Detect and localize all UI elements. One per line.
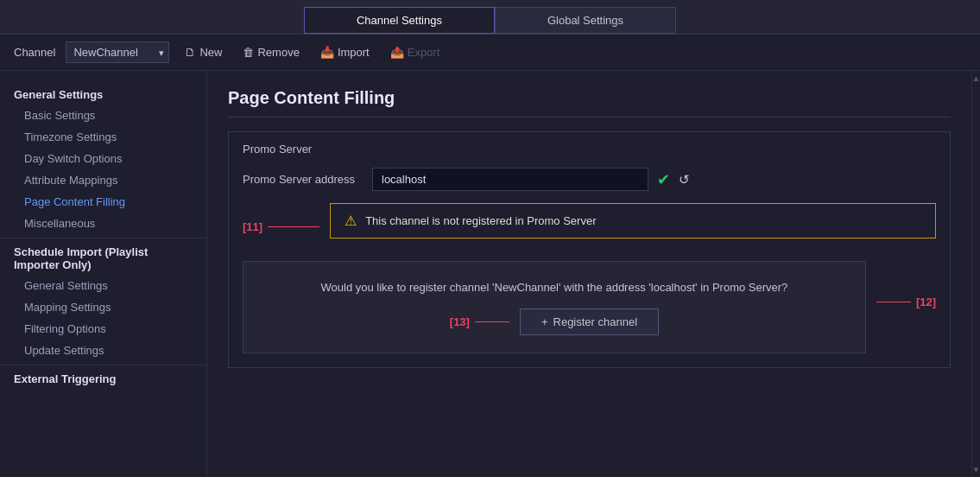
channel-select[interactable]: NewChannel bbox=[66, 41, 169, 63]
promo-server-address-row: Promo Server address ✔ ↺ bbox=[243, 168, 936, 191]
remove-button[interactable]: 🗑 Remove bbox=[237, 44, 304, 60]
sidebar-item-page-content-filling[interactable]: Page Content Filling bbox=[0, 191, 206, 213]
register-message: Would you like to register channel 'NewC… bbox=[321, 279, 788, 296]
annotation-11: [11] bbox=[243, 220, 262, 233]
annotation-12: [12] bbox=[916, 296, 936, 308]
sidebar-item-filtering-options[interactable]: Filtering Options bbox=[0, 318, 206, 340]
sidebar: General Settings Basic Settings Timezone… bbox=[0, 71, 207, 477]
new-label: New bbox=[199, 46, 222, 59]
general-settings-section: General Settings bbox=[0, 81, 206, 105]
check-icon: ✔ bbox=[657, 170, 670, 189]
annotation-13: [13] bbox=[450, 315, 470, 328]
new-icon: 🗋 bbox=[185, 46, 196, 59]
remove-label: Remove bbox=[257, 46, 299, 59]
scrollbar[interactable]: ▲ ▼ bbox=[971, 71, 980, 477]
sidebar-item-miscellaneous[interactable]: Miscellaneous bbox=[0, 213, 206, 234]
sidebar-item-timezone-settings[interactable]: Timezone Settings bbox=[0, 126, 206, 148]
tab-bar: Channel Settings Global Settings bbox=[0, 0, 980, 35]
promo-server-group-title: Promo Server bbox=[243, 143, 936, 156]
channel-label: Channel bbox=[14, 46, 55, 59]
new-button[interactable]: 🗋 New bbox=[180, 44, 227, 60]
promo-server-group: Promo Server Promo Server address ✔ ↺ [1… bbox=[228, 131, 951, 368]
sidebar-item-day-switch-options[interactable]: Day Switch Options bbox=[0, 148, 206, 169]
warning-icon: ⚠ bbox=[345, 213, 357, 229]
promo-server-address-label: Promo Server address bbox=[243, 173, 364, 186]
content-area: Page Content Filling Promo Server Promo … bbox=[207, 71, 971, 477]
tab-global-settings[interactable]: Global Settings bbox=[495, 7, 676, 34]
scroll-up-arrow[interactable]: ▲ bbox=[972, 71, 980, 86]
remove-icon: 🗑 bbox=[243, 46, 254, 59]
page-title: Page Content Filling bbox=[228, 88, 951, 118]
sidebar-item-mapping-settings[interactable]: Mapping Settings bbox=[0, 296, 206, 318]
import-icon: 📥 bbox=[320, 46, 334, 59]
register-channel-button[interactable]: + Register channel bbox=[520, 308, 659, 335]
scroll-down-arrow[interactable]: ▼ bbox=[972, 462, 980, 477]
import-label: Import bbox=[338, 46, 370, 59]
channel-select-wrap: NewChannel bbox=[66, 41, 169, 63]
export-label: Export bbox=[408, 46, 440, 59]
main-area: General Settings Basic Settings Timezone… bbox=[0, 71, 980, 477]
register-box: Would you like to register channel 'NewC… bbox=[243, 261, 866, 353]
sidebar-item-basic-settings[interactable]: Basic Settings bbox=[0, 105, 206, 126]
sidebar-item-general-settings[interactable]: General Settings bbox=[0, 275, 206, 296]
register-channel-label: Register channel bbox=[553, 315, 638, 328]
channel-toolbar: Channel NewChannel 🗋 New 🗑 Remove 📥 Impo… bbox=[0, 35, 980, 71]
sidebar-item-attribute-mappings[interactable]: Attribute Mappings bbox=[0, 169, 206, 191]
warning-box: ⚠ This channel is not registered in Prom… bbox=[330, 203, 936, 238]
plus-icon: + bbox=[541, 315, 548, 328]
schedule-import-section: Schedule Import (Playlist Importer Only) bbox=[0, 238, 206, 275]
import-button[interactable]: 📥 Import bbox=[315, 44, 375, 60]
promo-server-address-input[interactable] bbox=[372, 168, 648, 191]
export-button[interactable]: 📤 Export bbox=[385, 44, 446, 60]
sidebar-item-update-settings[interactable]: Update Settings bbox=[0, 340, 206, 361]
export-icon: 📤 bbox=[390, 46, 404, 59]
external-triggering-section: External Triggering bbox=[0, 365, 206, 389]
refresh-icon[interactable]: ↺ bbox=[679, 172, 690, 188]
warning-text: This channel is not registered in Promo … bbox=[365, 214, 596, 227]
tab-channel-settings[interactable]: Channel Settings bbox=[304, 7, 495, 34]
